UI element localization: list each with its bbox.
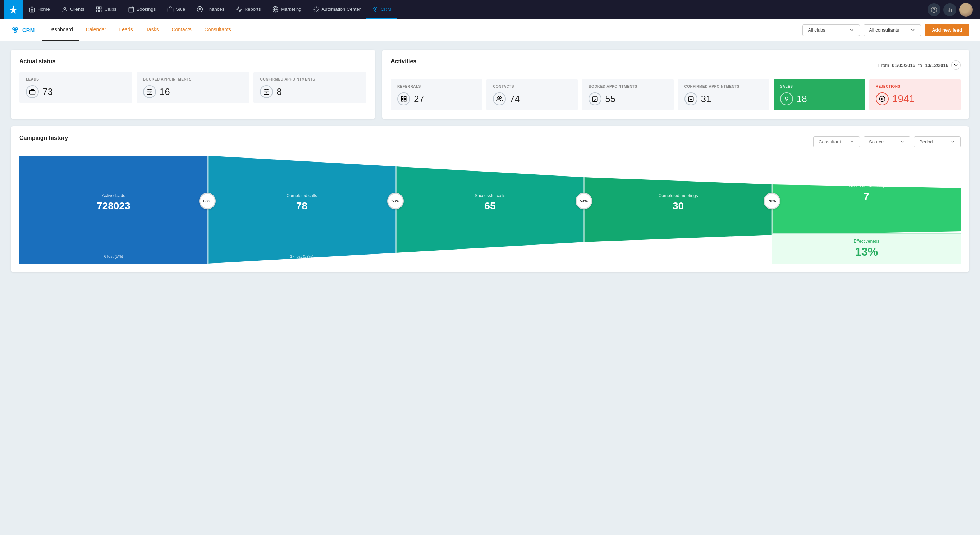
svg-rect-1 [97,7,99,9]
booked-icon-act [589,92,601,105]
nav-item-clubs[interactable]: Clubs [90,0,122,19]
help-icon [931,6,937,13]
funnel-seg-3-lost: 12 lost (21%) [479,254,502,258]
activities-booked-stat: BOOKED APPOINTMENTS 55 [582,79,673,110]
bookings-icon [128,6,134,13]
confirmed-icon-act [684,92,697,105]
subnav-dashboard[interactable]: Dashboard [42,19,80,41]
funnel-circle-1: 68% [199,193,216,209]
campaign-header: Campaign history Consultant Source Perio… [19,135,961,148]
svg-rect-38 [401,96,403,98]
svg-rect-33 [264,89,269,95]
nav-item-automation[interactable]: Automation Center [307,0,366,19]
nav-label-sale: Sale [176,6,185,12]
funnel-seg-3-value: 65 [484,200,495,212]
sales-stat: SALES 18 [774,79,865,110]
x-circle-icon [879,96,885,102]
subnav-consultants[interactable]: Consultants [198,19,238,41]
actual-status-stats: LEADS 73 BOOKED APPOINTMENTS 16 [19,72,366,103]
stats-button[interactable] [943,3,956,16]
leads-stat: LEADS 73 [19,72,132,103]
subnav-tasks[interactable]: Tasks [140,19,165,41]
leads-stat-icon [26,85,39,98]
funnel-seg-4-lost: 26 lost (62%) [667,254,690,258]
funnel-seg-2-label: Completed calls [286,193,317,198]
sub-nav-items: Dashboard Calendar Leads Tasks Contacts … [42,19,802,41]
subnav-leads[interactable]: Leads [113,19,140,41]
svg-rect-43 [593,97,598,102]
nav-item-reports[interactable]: Reports [230,0,267,19]
svg-line-17 [375,9,376,10]
chevron-down-icon [849,27,854,33]
actual-status-title: Actual status [19,58,366,65]
funnel-seg-2-lost: 17 lost (32%) [290,254,313,258]
calendar-icon-act [592,96,598,102]
funnel-seg-4-value: 30 [673,200,684,212]
all-clubs-select[interactable]: All clubs [802,24,860,36]
chevron-down-icon-2 [910,27,916,33]
nav-item-crm[interactable]: CRM [366,0,397,19]
funnel-seg-4: Completed meetings 30 26 lost (62%) 70% [584,156,773,264]
grid-icon [401,96,407,102]
booked-stat-icon [143,85,156,98]
chevron-down-icon-p [950,139,955,144]
funnel-seg-5-label: Successful meetings [846,183,886,188]
svg-point-0 [64,7,66,10]
crm-nav-icon [372,6,379,13]
svg-rect-40 [401,100,403,101]
campaign-title: Campaign history [19,135,68,141]
contacts-icon [493,92,506,105]
user-avatar[interactable] [959,3,973,16]
source-filter[interactable]: Source [864,136,910,147]
sub-navigation: CRM Dashboard Calendar Leads Tasks Conta… [0,19,980,41]
sales-icon [780,92,793,105]
nav-label-home: Home [37,6,50,12]
svg-point-37 [266,92,267,94]
consultant-filter[interactable]: Consultant [813,136,860,147]
calendar-check-icon [146,88,153,95]
referrals-icon [397,92,410,105]
nav-item-clients[interactable]: Clients [56,0,90,19]
date-range-expand[interactable] [951,61,961,70]
crm-logo: CRM [11,26,35,35]
add-lead-button[interactable]: Add new lead [924,24,969,36]
subnav-calendar[interactable]: Calendar [80,19,113,41]
app-logo[interactable] [3,0,23,19]
svg-point-42 [498,96,500,99]
all-consultants-select[interactable]: All consultants [864,24,921,36]
nav-item-home[interactable]: Home [23,0,56,19]
nav-label-clients: Clients [70,6,84,12]
svg-rect-39 [404,96,406,98]
nav-label-crm: CRM [381,6,391,12]
rejections-icon [876,92,889,105]
subnav-contacts[interactable]: Contacts [165,19,198,41]
nav-item-marketing[interactable]: Marketing [266,0,307,19]
activities-stats: REFERRALS 27 CONTACTS 74 [391,79,961,110]
period-filter[interactable]: Period [914,136,961,147]
svg-point-25 [14,30,16,33]
activities-confirmed-stat: CONFIRMED APPOINTMENTS 31 [678,79,769,110]
campaign-filters: Consultant Source Period [813,136,961,147]
effectiveness-box: Effectiveness 13% [772,233,961,264]
nav-item-bookings[interactable]: Bookings [122,0,161,19]
svg-point-46 [785,97,788,100]
chevron-down-icon-s [900,139,905,144]
svg-point-45 [690,99,691,100]
clubs-icon [95,6,102,13]
funnel-seg-1-lost: 6 lost (5%) [104,254,123,258]
nav-right-actions [928,3,977,16]
nav-label-bookings: Bookings [137,6,156,12]
svg-line-26 [14,30,15,30]
svg-rect-41 [404,100,406,101]
confirmed-appointments-stat: CONFIRMED APPOINTMENTS 8 [253,72,366,103]
nav-item-finances[interactable]: Finances [191,0,230,19]
nav-item-sale[interactable]: Sale [161,0,191,19]
nav-label-automation: Automation Center [322,6,361,12]
activities-header: Activities From 01/05/2016 to 13/12/2016 [391,58,961,72]
referrals-stat: REFERRALS 27 [391,79,482,110]
help-button[interactable] [928,3,940,16]
marketing-icon [272,6,278,13]
funnel-seg-5: Successful meetings 7 [772,156,961,233]
campaign-history-card: Campaign history Consultant Source Perio… [11,126,969,272]
nav-items-list: Home Clients Clubs Bookings Sale Finance… [23,0,928,19]
